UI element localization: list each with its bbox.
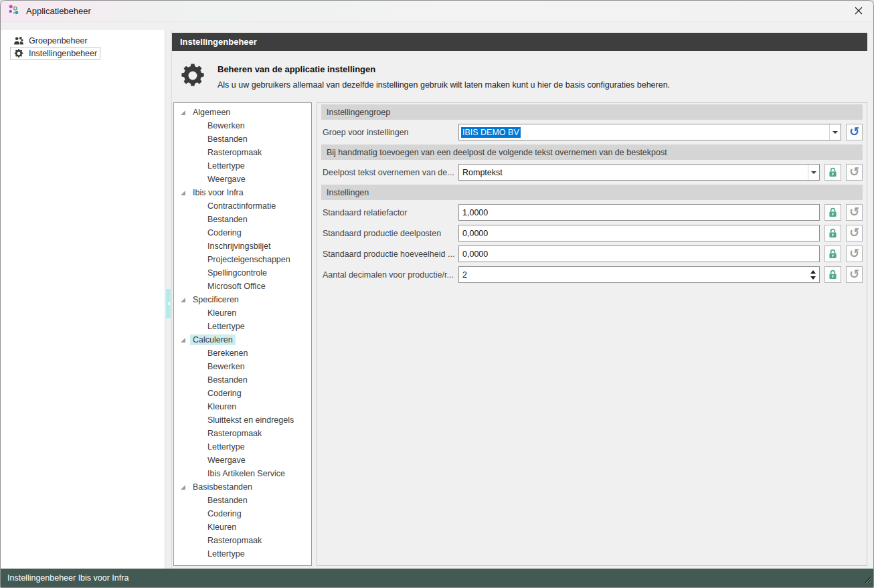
expander-icon[interactable] (181, 110, 190, 115)
tree-item[interactable]: Bewerken (174, 360, 311, 373)
panel-title-bar: Instellingenbeheer (172, 33, 867, 51)
tree-item[interactable]: Codering (174, 226, 311, 239)
tree-item[interactable]: Basisbestanden (174, 480, 311, 494)
tree-item[interactable]: Lettertype (174, 159, 311, 173)
tree-item-label: Sluittekst en eindregels (205, 415, 296, 425)
undo-icon: ↺ (849, 126, 859, 138)
gear-icon (179, 62, 207, 92)
tree-item[interactable]: Inschrijvingsbiljet (174, 239, 311, 253)
statusbar: Instellingenbeheer Ibis voor Infra (1, 569, 873, 587)
reset-button[interactable]: ↺ (846, 225, 863, 241)
tree-item[interactable]: Kleuren (174, 400, 311, 413)
tree-item[interactable]: Sluittekst en eindregels (174, 413, 311, 427)
tree-item[interactable]: Contractinformatie (174, 199, 311, 213)
spinner-buttons[interactable] (807, 267, 819, 282)
content-area: AlgemeenBewerkenBestandenRasteropmaakLet… (172, 102, 867, 566)
tree-item[interactable]: Calculeren (174, 333, 311, 347)
tree-item-label: Specificeren (190, 294, 242, 305)
reset-button[interactable]: ↺ (846, 124, 863, 140)
splitter[interactable] (165, 30, 172, 569)
lock-button[interactable] (824, 266, 841, 283)
tree-item-label: Kleuren (205, 308, 239, 318)
field-label: Aantal decimalen voor productie/r... (321, 270, 458, 280)
tree-item[interactable]: Berekenen (174, 347, 311, 360)
lock-icon (827, 248, 839, 260)
expander-icon[interactable] (181, 485, 190, 490)
collapse-arrow-icon (167, 302, 170, 306)
tree-item-label: Algemeen (190, 107, 233, 118)
reset-button[interactable]: ↺ (846, 246, 863, 262)
tree-item[interactable]: Bestanden (174, 373, 311, 387)
field-value: Romptekst (461, 167, 504, 178)
lock-button[interactable] (824, 204, 841, 221)
tree-item[interactable]: Weergave (174, 173, 311, 186)
tree-item-label: Projecteigenschappen (205, 254, 293, 265)
dropdown-button[interactable] (829, 124, 841, 140)
tree-item-label: Codering (205, 508, 244, 519)
field-label: Groep voor instellingen (321, 128, 458, 137)
lock-icon (827, 227, 839, 239)
tree-item[interactable]: Codering (174, 387, 311, 400)
dropdown-button[interactable] (808, 165, 819, 180)
tree-item[interactable]: Lettertype (174, 547, 311, 561)
tree-item-label: Bestanden (205, 134, 250, 144)
sidebar-item-groepenbeheer[interactable]: Groepenbeheer (10, 34, 91, 47)
tree-item[interactable]: Spellingcontrole (174, 266, 311, 280)
expander-icon[interactable] (181, 191, 190, 195)
tree-item-label: Basisbestanden (190, 482, 255, 492)
tree-item[interactable]: Bestanden (174, 132, 311, 146)
tree-item[interactable]: Rasteropmaak (174, 427, 311, 440)
combo-box[interactable]: IBIS DEMO BV (458, 124, 841, 140)
reset-button[interactable]: ↺ (846, 164, 863, 181)
lock-icon (827, 207, 839, 218)
sidebar-item-instellingenbeheer[interactable]: Instellingenbeheer (10, 47, 100, 60)
reset-button[interactable]: ↺ (846, 204, 863, 221)
tree-item[interactable]: Kleuren (174, 306, 311, 320)
form-row: Standaard productie deelposten0,0000↺ (321, 225, 863, 241)
text-field[interactable]: 0,0000 (458, 225, 820, 241)
tree-item[interactable]: Rasteropmaak (174, 534, 311, 547)
reset-button[interactable]: ↺ (846, 266, 863, 283)
combo-box[interactable]: Romptekst (458, 164, 820, 181)
spinner-up-icon[interactable] (810, 270, 816, 274)
tree-item[interactable]: Kleuren (174, 520, 311, 534)
tree-item[interactable]: Bewerken (174, 119, 311, 132)
resize-grip[interactable] (863, 575, 871, 585)
panel-title: Instellingenbeheer (180, 37, 257, 47)
lock-button[interactable] (824, 164, 841, 181)
tree-item[interactable]: Lettertype (174, 320, 311, 333)
main-panel: Instellingenbeheer Beheren van de applic… (172, 30, 873, 569)
field-value: 0,0000 (461, 249, 489, 260)
text-field[interactable]: 0,0000 (458, 246, 820, 262)
text-field[interactable]: 1,0000 (458, 204, 820, 221)
lock-button[interactable] (824, 225, 841, 241)
undo-icon: ↺ (849, 166, 859, 178)
spinner-field[interactable]: 2 (458, 266, 820, 283)
tree-item[interactable]: Ibis Artikelen Service (174, 467, 311, 480)
tree-item-label: Codering (205, 388, 244, 399)
tree-item-label: Lettertype (205, 442, 248, 452)
tree-item[interactable]: Specificeren (174, 293, 311, 306)
tree-item[interactable]: Algemeen (174, 106, 311, 119)
tree-item[interactable]: Ibis voor Infra (174, 186, 311, 199)
tree-item[interactable]: Projecteigenschappen (174, 253, 311, 266)
expander-icon[interactable] (181, 298, 190, 302)
spinner-down-icon[interactable] (810, 276, 816, 280)
tree-item-label: Bestanden (205, 375, 250, 385)
tree-item[interactable]: Bestanden (174, 494, 311, 507)
tree-item[interactable]: Rasteropmaak (174, 146, 311, 159)
splitter-collapse-handle[interactable] (166, 289, 171, 318)
lock-button[interactable] (824, 246, 841, 262)
tree-item[interactable]: Weergave (174, 454, 311, 467)
tree-item[interactable]: Bestanden (174, 213, 311, 226)
tree-item[interactable]: Codering (174, 507, 311, 520)
tree-item-label: Inschrijvingsbiljet (205, 241, 273, 252)
intro-description: Als u uw gebruikers allemaal van dezelfd… (217, 80, 670, 90)
expander-icon[interactable] (181, 338, 190, 342)
tree-item-label: Spellingcontrole (205, 268, 270, 278)
statusbar-text: Instellingenbeheer Ibis voor Infra (7, 573, 128, 583)
tree-item[interactable]: Microsoft Office (174, 280, 311, 293)
tree-item[interactable]: Lettertype (174, 440, 311, 454)
lock-icon (827, 269, 839, 280)
close-button[interactable] (844, 1, 873, 21)
